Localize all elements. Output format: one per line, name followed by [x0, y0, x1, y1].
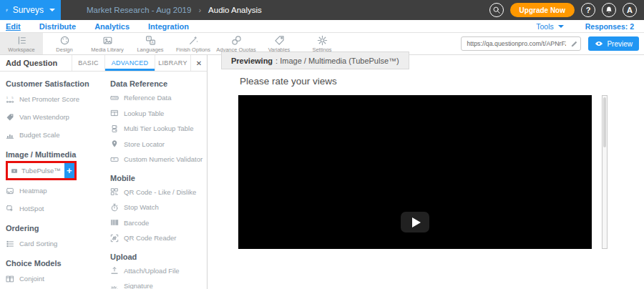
- search-button[interactable]: [489, 3, 504, 17]
- add-question-panel: Add Question BASICADVANCEDLIBRARY ✕ Cust…: [0, 55, 208, 289]
- tools-label: Tools: [536, 22, 554, 31]
- reference-numbers-icon: 12345: [110, 94, 119, 102]
- svg-text:*: *: [113, 157, 115, 162]
- lookup-table-icon: [110, 109, 119, 117]
- upload-icon: [110, 266, 119, 275]
- surveys-menu-button[interactable]: Surveys: [0, 0, 61, 20]
- question-text: Please rate your views: [240, 76, 337, 87]
- section-header: Customer Satisfaction: [6, 79, 102, 88]
- question-type-conjoint[interactable]: Conjoint: [6, 270, 102, 288]
- add-question-body: Customer Satisfaction15Net Promoter Scor…: [0, 72, 207, 289]
- section-image-multimedia: Image / MultimediaTubePulse™+HeatmapHotS…: [6, 150, 102, 217]
- responses-link[interactable]: Responses: 2: [585, 22, 634, 31]
- chevron-down-icon: [558, 25, 564, 28]
- question-type-stop-watch[interactable]: Stop Watch: [110, 200, 207, 215]
- question-type-qr-code-like-dislike[interactable]: QR Code - Like / Dislike: [110, 185, 207, 200]
- question-type-label: QR Code Reader: [124, 234, 176, 242]
- question-type-lookup-table[interactable]: Lookup Table: [110, 106, 207, 122]
- languages-icon: xA: [145, 35, 156, 46]
- stacked-tables-icon: [110, 124, 119, 133]
- pencil-icon: [570, 40, 578, 48]
- help-button[interactable]: ?: [581, 3, 595, 17]
- question-type-multi-tier-lookup-table[interactable]: Multi Tier Lookup Table: [110, 121, 207, 137]
- close-panel-button[interactable]: ✕: [190, 55, 207, 71]
- toolbar-item-workspace[interactable]: Workspace: [0, 33, 43, 54]
- question-type-signature[interactable]: Signature: [110, 278, 207, 289]
- menu-item-distribute[interactable]: Distribute: [39, 22, 76, 31]
- svg-text:1: 1: [6, 95, 9, 99]
- question-type-reference-data[interactable]: 12345Reference Data: [110, 90, 207, 106]
- question-type-store-locator[interactable]: Store Locator: [110, 137, 207, 152]
- question-type-label: Van Westendorp: [19, 113, 69, 121]
- question-type-card-sorting[interactable]: Card Sorting: [6, 235, 102, 253]
- preview-scrollbar[interactable]: [602, 95, 608, 249]
- add-question-plus-button[interactable]: +: [64, 163, 74, 178]
- menu-item-edit[interactable]: Edit: [6, 22, 21, 31]
- question-type-label: Multi Tier Lookup Table: [124, 124, 194, 132]
- svg-text:A: A: [151, 40, 154, 44]
- notifications-button[interactable]: [602, 3, 616, 17]
- question-type-barcode[interactable]: Barcode: [110, 215, 207, 231]
- survey-url-input[interactable]: [462, 40, 567, 47]
- menu-item-integration[interactable]: Integration: [148, 22, 189, 31]
- play-button[interactable]: [401, 212, 429, 232]
- question-type-custom-numeric-validator[interactable]: *Custom Numeric Validator: [110, 152, 207, 167]
- qr-reader-icon: [110, 234, 119, 243]
- question-type-label: Card Sorting: [19, 240, 57, 248]
- question-type-label: Store Locator: [124, 140, 165, 148]
- svg-text:12345: 12345: [112, 97, 118, 99]
- preview-button[interactable]: Preview: [588, 36, 639, 51]
- top-bar: Surveys Market Research - Aug 2019 › Aud…: [0, 0, 644, 20]
- breadcrumb-separator-icon: ›: [198, 6, 201, 14]
- question-type-van-westendorp[interactable]: Van Westendorp: [6, 108, 102, 126]
- section-header: Ordering: [6, 224, 102, 232]
- palette-icon: [59, 35, 70, 46]
- preview-label: Preview: [607, 40, 633, 48]
- question-type-budget-scale[interactable]: Budget Scale: [6, 126, 102, 144]
- upgrade-now-button[interactable]: Upgrade Now: [510, 3, 575, 17]
- section-header: Choice Models: [6, 259, 102, 268]
- toolbar-item-label: Finish Options: [176, 46, 210, 53]
- toolbar-item-design[interactable]: Design: [43, 33, 86, 54]
- question-type-label: Heatmap: [19, 187, 47, 195]
- svg-text:5: 5: [11, 95, 14, 99]
- heatmap-image-icon: [6, 187, 14, 195]
- section-header: Image / Multimedia: [6, 150, 102, 159]
- qr-code-icon: [110, 187, 119, 196]
- question-type-hotspot[interactable]: HotSpot: [6, 200, 102, 217]
- toolbar-item-media-library[interactable]: Media Library: [86, 33, 129, 54]
- question-type-label: Barcode: [124, 219, 149, 227]
- add-question-tabs: BASICADVANCEDLIBRARY: [72, 55, 190, 71]
- question-type-label: Attach/Upload File: [124, 267, 180, 275]
- breadcrumb-parent[interactable]: Market Research - Aug 2019: [87, 6, 191, 14]
- section-header: Upload: [110, 253, 207, 261]
- tab-library[interactable]: LIBRARY: [155, 55, 190, 71]
- toolbar-item-languages[interactable]: xALanguages: [129, 33, 172, 54]
- section-header: Data Reference: [110, 79, 207, 88]
- toolbar-item-finish-options[interactable]: Finish Options: [172, 33, 215, 54]
- links-icon: [231, 35, 242, 46]
- section-upload: UploadAttach/Upload FileSignature: [110, 253, 207, 289]
- edit-url-button[interactable]: [567, 37, 580, 50]
- scrollbar-thumb[interactable]: [603, 97, 606, 147]
- topbar-actions: Upgrade Now ? A: [489, 3, 644, 17]
- barcode-icon: [110, 218, 119, 227]
- video-player[interactable]: [238, 95, 592, 249]
- previewing-label: : Image / Multimedia (TubePulse™): [275, 57, 399, 65]
- question-type-qr-code-reader[interactable]: QR Code Reader: [110, 230, 207, 246]
- question-type-net-promoter-score[interactable]: 15Net Promoter Score: [6, 90, 102, 108]
- wand-icon: [188, 35, 199, 46]
- account-avatar[interactable]: A: [623, 3, 637, 17]
- question-type-tubepulse-highlighted[interactable]: TubePulse™+: [6, 161, 77, 180]
- breadcrumb-current: Audio Analysis: [208, 6, 262, 14]
- question-type-attach-upload-file[interactable]: Attach/Upload File: [110, 263, 207, 279]
- question-type-heatmap[interactable]: Heatmap: [6, 182, 102, 200]
- tools-dropdown[interactable]: Tools: [536, 22, 564, 31]
- tab-advanced[interactable]: ADVANCED: [104, 55, 155, 71]
- help-label: ?: [586, 6, 591, 14]
- tab-basic[interactable]: BASIC: [72, 55, 104, 71]
- menu-item-analytics[interactable]: Analytics: [94, 22, 130, 31]
- main-area: Add Question BASICADVANCEDLIBRARY ✕ Cust…: [0, 55, 644, 289]
- gear-icon: [317, 35, 328, 46]
- play-icon: [412, 217, 421, 227]
